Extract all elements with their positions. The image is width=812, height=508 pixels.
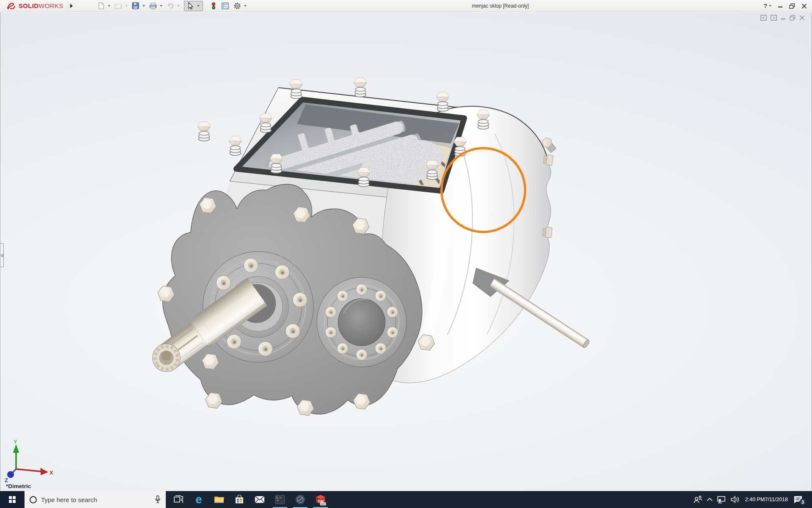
command-prompt-button[interactable]: C:\: [270, 491, 290, 508]
view-orientation-label: *Dimetric: [6, 483, 31, 489]
bearing-boss-small[interactable]: [317, 277, 406, 367]
save-dropdown-caret[interactable]: [143, 5, 145, 7]
triad-z-label: Z: [5, 477, 8, 483]
doc-restore-button[interactable]: [790, 15, 796, 21]
search-input[interactable]: [41, 496, 151, 503]
traffic-light-icon: [211, 2, 216, 10]
undo-arrow-icon: [167, 3, 174, 9]
model-3d-view[interactable]: Y X Z: [0, 12, 812, 491]
window-controls: ?: [763, 0, 807, 12]
save-floppy-icon: [132, 2, 139, 9]
solidworks-2017-button[interactable]: SW 2017: [310, 491, 331, 508]
help-button[interactable]: ?: [763, 3, 771, 9]
task-view-icon: [174, 495, 183, 504]
cortana-icon: [30, 496, 37, 503]
options-dropdown-caret[interactable]: [244, 5, 247, 7]
document-window-controls: [760, 15, 805, 21]
action-center-button[interactable]: 3: [793, 495, 806, 504]
open-dropdown-caret[interactable]: [125, 5, 128, 7]
solidworks-logo: SOLIDWORKS: [0, 0, 68, 11]
help-dropdown-caret: [769, 5, 771, 7]
doc-close-button[interactable]: [799, 15, 805, 21]
solidworks-window: SOLIDWORKS: [0, 0, 812, 508]
new-document-button[interactable]: [96, 1, 107, 11]
select-tool-group: [184, 1, 203, 11]
pane-left-button[interactable]: [760, 15, 767, 21]
edge-icon: e: [195, 494, 202, 505]
right-arrow-icon: [70, 3, 73, 8]
brand-works-text: WORKS: [38, 2, 63, 9]
hex-app-button[interactable]: [290, 491, 310, 508]
taskbar-search[interactable]: [25, 491, 166, 508]
interference-check-button[interactable]: [208, 1, 219, 11]
task-view-button[interactable]: [168, 491, 189, 508]
open-button[interactable]: [113, 1, 124, 11]
doc-minimize-button[interactable]: [781, 15, 786, 21]
tray-date: 7/11/2018: [765, 497, 788, 503]
speaker-icon: [730, 496, 740, 503]
graphics-area[interactable]: Y X Z *Dimetric: [0, 12, 812, 491]
chevron-up-icon: [706, 497, 713, 502]
design-binder-button[interactable]: [220, 1, 231, 11]
file-explorer-button[interactable]: [209, 491, 229, 508]
start-button[interactable]: [0, 491, 25, 508]
hex-app-icon: [295, 494, 305, 505]
windows-taskbar: e: [0, 491, 812, 508]
minimize-button[interactable]: [778, 3, 783, 8]
mail-button[interactable]: [250, 491, 270, 508]
restore-button[interactable]: [789, 3, 795, 9]
clock[interactable]: 2:40 PM 7/11/2018: [743, 497, 790, 503]
app-titlebar: SOLIDWORKS: [0, 0, 812, 12]
system-tray: 2:40 PM 7/11/2018 3: [693, 491, 812, 508]
solidworks-app-icon: SW 2017: [315, 494, 326, 505]
close-button[interactable]: [801, 3, 807, 9]
doc-close-icon: [799, 15, 805, 21]
options-button[interactable]: [232, 1, 243, 11]
orientation-triad[interactable]: Y X Z: [5, 439, 53, 483]
pane-right-button[interactable]: [771, 15, 777, 21]
dassault-3ds-icon: [6, 2, 17, 10]
mail-icon: [255, 496, 265, 503]
edge-button[interactable]: e: [189, 491, 209, 508]
new-dropdown-caret[interactable]: [108, 5, 110, 7]
people-icon: [693, 495, 702, 504]
pane-right-icon: [771, 15, 777, 21]
brand-solid-text: SOLID: [19, 2, 38, 9]
help-glyph: ?: [763, 3, 767, 9]
network-button[interactable]: [717, 496, 727, 504]
undo-dropdown-caret[interactable]: [177, 5, 180, 7]
triad-y-label: Y: [14, 439, 17, 445]
undo-button[interactable]: [165, 1, 176, 11]
document-title: menjac sklop [Read-only]: [472, 0, 529, 12]
network-icon: [717, 496, 727, 504]
new-document-icon: [98, 2, 104, 9]
triad-x-label: X: [49, 469, 53, 476]
toolbar-flyout-arrow[interactable]: [68, 1, 75, 11]
doc-restore-icon: [790, 15, 796, 21]
tray-overflow-button[interactable]: [706, 497, 713, 502]
print-button[interactable]: [148, 1, 159, 11]
store-button[interactable]: [229, 491, 250, 508]
tray-time: 2:40 PM: [745, 497, 765, 503]
people-button[interactable]: [693, 495, 702, 504]
list-panel-icon: [222, 3, 229, 9]
select-tool-button[interactable]: [186, 1, 197, 11]
print-dropdown-caret[interactable]: [160, 5, 162, 7]
command-prompt-icon: C:\: [275, 495, 285, 504]
cmd-prompt-text: C:\: [276, 496, 282, 500]
save-button[interactable]: [130, 1, 141, 11]
doc-minimize-icon: [781, 15, 786, 21]
taskbar-apps: e: [168, 491, 331, 508]
volume-button[interactable]: [730, 496, 740, 503]
notification-badge: 3: [799, 499, 806, 505]
cursor-arrow-icon: [188, 2, 194, 9]
microphone-icon[interactable]: [155, 495, 161, 504]
close-icon: [801, 3, 807, 9]
sw-year: 2017: [321, 502, 326, 505]
gear-icon: [233, 2, 241, 10]
store-icon: [235, 495, 244, 504]
main-toolbar: [96, 1, 248, 11]
feature-manager-collapsed-tab[interactable]: [0, 243, 4, 267]
restore-icon: [789, 3, 795, 9]
select-dropdown-caret[interactable]: [197, 5, 200, 7]
